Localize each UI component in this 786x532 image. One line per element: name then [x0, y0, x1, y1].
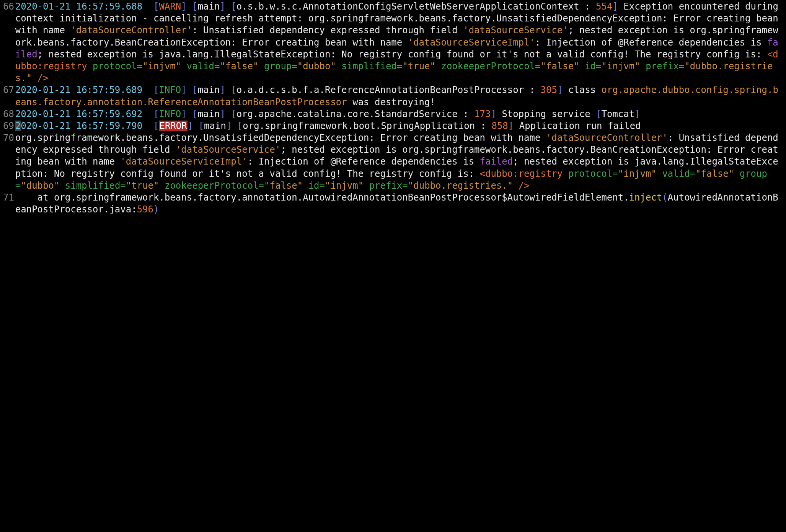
- log-token: INFO: [159, 85, 181, 95]
- log-token: ]: [220, 85, 225, 95]
- log-token: ]: [634, 109, 640, 119]
- log-token: [259, 61, 264, 72]
- log-content[interactable]: 2020-01-21 16:57:59.688 [WARN] [main] [o…: [15, 1, 783, 84]
- log-token: WARN: [159, 1, 181, 12]
- log-token: [: [192, 1, 197, 12]
- log-token: at org.springframework.beans.factory.ann…: [15, 192, 629, 203]
- log-token: simplified=: [341, 61, 402, 72]
- log-token: [: [237, 121, 243, 131]
- line-number: 71: [3, 192, 15, 204]
- log-token: [142, 121, 153, 131]
- log-token: Tomcat: [601, 109, 634, 119]
- log-line[interactable]: 682020-01-21 16:57:59.692 [INFO] [main] …: [3, 108, 783, 120]
- log-token: was destroying!: [347, 97, 435, 108]
- log-token: prefix=: [646, 61, 684, 72]
- log-token: [435, 61, 441, 72]
- log-token: ]: [557, 85, 563, 95]
- log-token: [640, 61, 646, 72]
- log-content[interactable]: at org.springframework.beans.factory.ann…: [15, 192, 783, 215]
- log-token: [187, 109, 192, 119]
- log-token: [: [192, 109, 197, 119]
- log-token: valid=: [187, 61, 220, 72]
- log-token: [225, 85, 231, 95]
- log-token: 'dataSourceService': [176, 144, 281, 155]
- log-content[interactable]: org.springframework.beans.factory.Unsati…: [15, 132, 783, 192]
- log-token: : Injection of @Reference dependencies i…: [248, 156, 480, 167]
- log-token: ]: [181, 1, 186, 12]
- log-token: Application run failed: [514, 121, 641, 131]
- log-line[interactable]: 70org.springframework.beans.factory.Unsa…: [3, 132, 783, 192]
- log-token: 2020-01-21 16:57:59.692: [15, 109, 142, 119]
- log-token: zookeeperProtocol=: [165, 180, 264, 191]
- log-token: org.apache.catalina.core.StandardService…: [236, 109, 474, 119]
- log-token: 'dataSourceController': [70, 25, 192, 36]
- log-token: main: [204, 121, 226, 131]
- log-token: main: [198, 1, 220, 12]
- log-token: [336, 61, 341, 72]
- log-token: [579, 61, 585, 72]
- log-content[interactable]: 2020-01-21 16:57:59.689 [INFO] [main] [o…: [15, 84, 783, 108]
- log-token: ]: [491, 109, 496, 119]
- log-token: ]: [181, 85, 186, 95]
- log-token: "dubbo": [297, 61, 336, 72]
- log-token: id=: [308, 180, 325, 191]
- log-token: "injvm": [142, 61, 181, 72]
- log-token: [: [153, 109, 159, 119]
- log-token: 'dataSourceServiceImpl': [408, 37, 535, 48]
- log-token: [: [153, 121, 159, 131]
- log-token: ]: [508, 121, 514, 131]
- log-token: o.s.b.w.s.c.AnnotationConfigServletWebSe…: [236, 1, 596, 12]
- log-token: ; nested exception is java.lang.IllegalS…: [38, 49, 767, 60]
- log-token: ]: [226, 121, 232, 131]
- log-token: [513, 180, 518, 191]
- log-token: "injvm": [325, 180, 364, 191]
- log-token: [59, 180, 65, 191]
- log-token: protocol=: [93, 61, 142, 72]
- log-token: [: [199, 121, 204, 131]
- log-token: "false": [220, 61, 258, 72]
- log-token: [: [231, 85, 236, 95]
- log-token: [232, 121, 237, 131]
- log-token: ]: [188, 121, 193, 131]
- log-token: "false": [541, 61, 579, 72]
- log-token: 2020-01-21 16:57:59.688: [15, 1, 142, 12]
- log-line[interactable]: 692020-01-21 16:57:59.790 [ERROR] [main]…: [3, 120, 783, 132]
- log-content[interactable]: 2020-01-21 16:57:59.790 [ERROR] [main] […: [15, 120, 783, 132]
- log-token: [563, 168, 568, 179]
- log-token: />: [38, 73, 49, 83]
- log-token: failed: [480, 156, 513, 167]
- log-token: zookeeperProtocol=: [441, 61, 540, 72]
- log-token: [181, 61, 186, 72]
- log-token: "false": [695, 168, 734, 179]
- log-token: [303, 180, 308, 191]
- log-line[interactable]: 672020-01-21 16:57:59.689 [INFO] [main] …: [3, 84, 783, 108]
- log-token: [: [153, 1, 159, 12]
- line-number: 70: [3, 132, 15, 144]
- log-token: [364, 180, 369, 191]
- log-line[interactable]: 71 at org.springframework.beans.factory.…: [3, 192, 783, 215]
- log-token: [187, 85, 192, 95]
- log-content[interactable]: 2020-01-21 16:57:59.692 [INFO] [main] [o…: [15, 108, 783, 120]
- log-token: prefix=: [369, 180, 408, 191]
- log-token: org.springframework.beans.factory.Unsati…: [15, 132, 546, 143]
- log-token: [: [596, 109, 601, 119]
- log-token: "dubbo.registries.": [408, 180, 513, 191]
- log-token: "dubbo": [21, 180, 59, 191]
- log-line[interactable]: 662020-01-21 16:57:59.688 [WARN] [main] …: [3, 1, 783, 84]
- log-token: "injvm": [602, 61, 640, 72]
- log-token: [142, 1, 153, 12]
- log-token: "false": [264, 180, 303, 191]
- log-token: org.springframework.boot.SpringApplicati…: [243, 121, 491, 131]
- log-token: 'dataSourceServiceImpl': [120, 156, 247, 167]
- log-token: [87, 61, 93, 72]
- line-number: 69: [3, 120, 15, 132]
- log-token: ]: [220, 1, 225, 12]
- log-viewer[interactable]: 662020-01-21 16:57:59.688 [WARN] [main] …: [3, 1, 783, 215]
- log-token: main: [198, 109, 220, 119]
- log-token: ]: [181, 109, 186, 119]
- log-token: inject: [629, 192, 662, 203]
- log-token: : Unsatisfied dependency expressed throu…: [192, 25, 463, 36]
- log-token: 'dataSourceService': [463, 25, 568, 36]
- log-token: [193, 121, 198, 131]
- log-token: 2: [15, 121, 21, 131]
